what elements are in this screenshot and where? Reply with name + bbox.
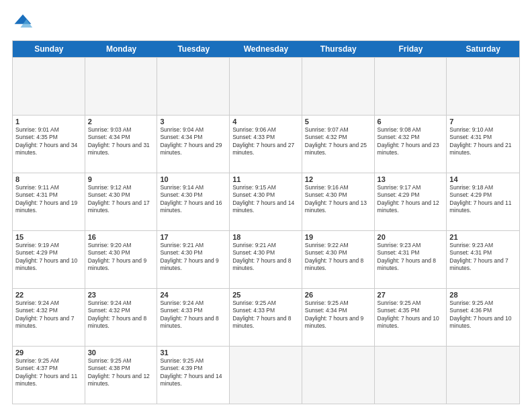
day-number: 16 (88, 233, 154, 241)
day-number: 18 (232, 233, 299, 241)
calendar-cell: 26Sunrise: 9:25 AMSunset: 4:34 PMDayligh… (302, 289, 375, 346)
calendar-cell: 12Sunrise: 9:16 AMSunset: 4:30 PMDayligh… (302, 173, 375, 230)
calendar-cell (85, 58, 158, 115)
calendar-cell: 9Sunrise: 9:12 AMSunset: 4:30 PMDaylight… (85, 173, 158, 230)
calendar-cell: 10Sunrise: 9:14 AMSunset: 4:30 PMDayligh… (157, 173, 230, 230)
calendar-cell: 16Sunrise: 9:20 AMSunset: 4:30 PMDayligh… (85, 231, 158, 288)
calendar-cell: 20Sunrise: 9:23 AMSunset: 4:31 PMDayligh… (375, 231, 447, 288)
day-number: 15 (15, 233, 82, 241)
calendar-cell: 6Sunrise: 9:08 AMSunset: 4:32 PMDaylight… (375, 116, 447, 173)
day-info: Sunrise: 9:03 AMSunset: 4:34 PMDaylight:… (88, 126, 154, 157)
calendar-cell (302, 58, 375, 115)
calendar-row-2: 1Sunrise: 9:01 AMSunset: 4:35 PMDaylight… (13, 115, 519, 173)
calendar-cell: 27Sunrise: 9:25 AMSunset: 4:35 PMDayligh… (375, 289, 447, 346)
day-info: Sunrise: 9:24 AMSunset: 4:32 PMDaylight:… (88, 300, 154, 330)
calendar-cell: 7Sunrise: 9:10 AMSunset: 4:31 PMDaylight… (447, 116, 519, 173)
day-info: Sunrise: 9:08 AMSunset: 4:32 PMDaylight:… (378, 126, 444, 157)
day-number: 12 (305, 175, 371, 183)
day-info: Sunrise: 9:25 AMSunset: 4:36 PMDaylight:… (449, 300, 517, 330)
day-number: 28 (449, 291, 517, 299)
page: SundayMondayTuesdayWednesdayThursdayFrid… (0, 0, 532, 411)
day-info: Sunrise: 9:06 AMSunset: 4:33 PMDaylight:… (232, 126, 299, 157)
day-info: Sunrise: 9:04 AMSunset: 4:34 PMDaylight:… (160, 126, 226, 157)
day-number: 11 (232, 175, 299, 183)
calendar-cell: 15Sunrise: 9:19 AMSunset: 4:29 PMDayligh… (13, 231, 85, 288)
calendar-cell: 24Sunrise: 9:24 AMSunset: 4:33 PMDayligh… (157, 289, 230, 346)
calendar-cell: 18Sunrise: 9:21 AMSunset: 4:30 PMDayligh… (230, 231, 302, 288)
calendar-row-4: 15Sunrise: 9:19 AMSunset: 4:29 PMDayligh… (13, 230, 519, 288)
calendar-body: 1Sunrise: 9:01 AMSunset: 4:35 PMDaylight… (13, 57, 519, 404)
day-info: Sunrise: 9:20 AMSunset: 4:30 PMDaylight:… (88, 242, 154, 273)
header (12, 12, 520, 34)
calendar-cell (230, 58, 302, 115)
logo-icon (12, 12, 34, 34)
calendar-cell: 31Sunrise: 9:25 AMSunset: 4:39 PMDayligh… (157, 347, 230, 404)
calendar-cell: 19Sunrise: 9:22 AMSunset: 4:30 PMDayligh… (302, 231, 375, 288)
day-number: 9 (88, 175, 154, 183)
calendar-cell: 22Sunrise: 9:24 AMSunset: 4:32 PMDayligh… (13, 289, 85, 346)
header-day-wednesday: Wednesday (230, 41, 302, 57)
day-number: 2 (88, 118, 154, 126)
day-number: 17 (160, 233, 226, 241)
calendar-cell (13, 58, 85, 115)
day-number: 4 (232, 118, 299, 126)
day-info: Sunrise: 9:23 AMSunset: 4:31 PMDaylight:… (378, 242, 444, 273)
logo (12, 12, 36, 34)
day-info: Sunrise: 9:11 AMSunset: 4:31 PMDaylight:… (15, 184, 82, 215)
calendar-cell: 29Sunrise: 9:25 AMSunset: 4:37 PMDayligh… (13, 347, 85, 404)
day-number: 20 (378, 233, 444, 241)
calendar-cell (230, 347, 302, 404)
calendar-cell: 14Sunrise: 9:18 AMSunset: 4:29 PMDayligh… (447, 173, 519, 230)
day-info: Sunrise: 9:10 AMSunset: 4:31 PMDaylight:… (449, 126, 517, 157)
day-info: Sunrise: 9:12 AMSunset: 4:30 PMDaylight:… (88, 184, 154, 215)
day-number: 26 (305, 291, 371, 299)
day-info: Sunrise: 9:25 AMSunset: 4:35 PMDaylight:… (378, 300, 444, 330)
header-day-thursday: Thursday (302, 41, 375, 57)
calendar-cell: 5Sunrise: 9:07 AMSunset: 4:32 PMDaylight… (302, 116, 375, 173)
day-number: 13 (378, 175, 444, 183)
calendar-cell: 30Sunrise: 9:25 AMSunset: 4:38 PMDayligh… (85, 347, 158, 404)
calendar-cell: 21Sunrise: 9:23 AMSunset: 4:31 PMDayligh… (447, 231, 519, 288)
day-number: 31 (160, 349, 226, 357)
calendar-cell: 23Sunrise: 9:24 AMSunset: 4:32 PMDayligh… (85, 289, 158, 346)
day-info: Sunrise: 9:25 AMSunset: 4:37 PMDaylight:… (15, 357, 82, 388)
day-number: 3 (160, 118, 226, 126)
calendar-header: SundayMondayTuesdayWednesdayThursdayFrid… (13, 41, 519, 57)
day-number: 7 (449, 118, 517, 126)
day-number: 5 (305, 118, 371, 126)
day-info: Sunrise: 9:24 AMSunset: 4:32 PMDaylight:… (15, 300, 82, 330)
day-info: Sunrise: 9:01 AMSunset: 4:35 PMDaylight:… (15, 126, 82, 157)
calendar: SundayMondayTuesdayWednesdayThursdayFrid… (12, 40, 520, 404)
header-day-sunday: Sunday (13, 41, 85, 57)
day-number: 27 (378, 291, 444, 299)
calendar-cell: 13Sunrise: 9:17 AMSunset: 4:29 PMDayligh… (375, 173, 447, 230)
day-number: 6 (378, 118, 444, 126)
calendar-cell: 3Sunrise: 9:04 AMSunset: 4:34 PMDaylight… (157, 116, 230, 173)
day-number: 24 (160, 291, 226, 299)
day-info: Sunrise: 9:25 AMSunset: 4:33 PMDaylight:… (232, 300, 299, 330)
day-info: Sunrise: 9:21 AMSunset: 4:30 PMDaylight:… (160, 242, 226, 273)
day-info: Sunrise: 9:18 AMSunset: 4:29 PMDaylight:… (449, 184, 517, 215)
calendar-cell (375, 58, 447, 115)
header-day-friday: Friday (375, 41, 447, 57)
calendar-row-5: 22Sunrise: 9:24 AMSunset: 4:32 PMDayligh… (13, 288, 519, 346)
calendar-row-3: 8Sunrise: 9:11 AMSunset: 4:31 PMDaylight… (13, 173, 519, 230)
header-day-tuesday: Tuesday (157, 41, 230, 57)
calendar-cell: 2Sunrise: 9:03 AMSunset: 4:34 PMDaylight… (85, 116, 158, 173)
day-info: Sunrise: 9:25 AMSunset: 4:34 PMDaylight:… (305, 300, 371, 330)
calendar-cell: 28Sunrise: 9:25 AMSunset: 4:36 PMDayligh… (447, 289, 519, 346)
calendar-cell (375, 347, 447, 404)
day-number: 21 (449, 233, 517, 241)
day-number: 29 (15, 349, 82, 357)
calendar-row-1 (13, 57, 519, 115)
day-info: Sunrise: 9:15 AMSunset: 4:30 PMDaylight:… (232, 184, 299, 215)
day-info: Sunrise: 9:17 AMSunset: 4:29 PMDaylight:… (378, 184, 444, 215)
header-day-monday: Monday (85, 41, 158, 57)
calendar-cell: 25Sunrise: 9:25 AMSunset: 4:33 PMDayligh… (230, 289, 302, 346)
calendar-cell (302, 347, 375, 404)
day-number: 30 (88, 349, 154, 357)
calendar-cell: 8Sunrise: 9:11 AMSunset: 4:31 PMDaylight… (13, 173, 85, 230)
calendar-cell (447, 58, 519, 115)
day-info: Sunrise: 9:07 AMSunset: 4:32 PMDaylight:… (305, 126, 371, 157)
calendar-cell (447, 347, 519, 404)
